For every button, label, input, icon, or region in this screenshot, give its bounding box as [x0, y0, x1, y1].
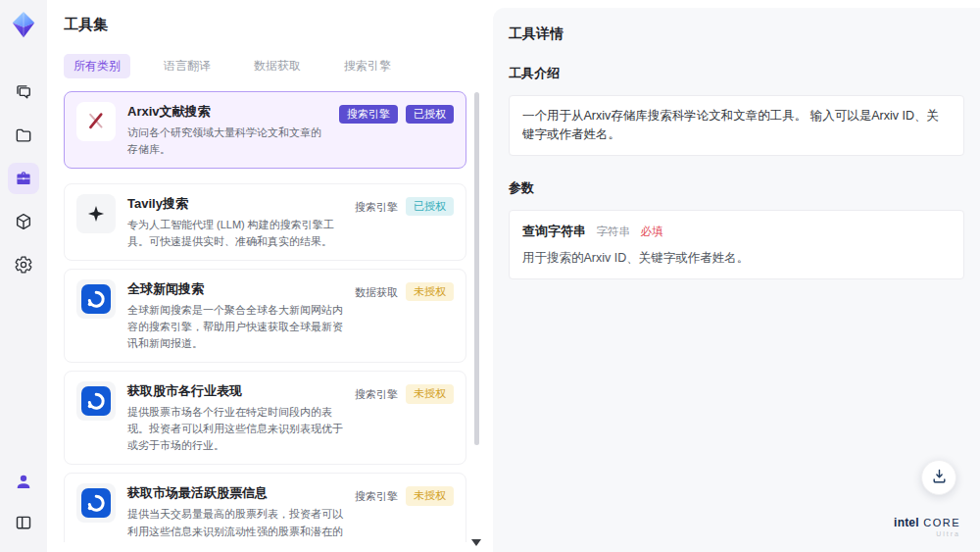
tab-language-translation[interactable]: 语言翻译 — [154, 54, 220, 78]
param-box: 查询字符串 字符串 必填 用于搜索的Arxiv ID、关键字或作者姓名。 — [509, 210, 964, 280]
tool-name: 获取股市各行业表现 — [127, 382, 343, 400]
sidebar-item-settings[interactable] — [8, 249, 39, 280]
tool-card-main: 获取市场最活跃股票信息 提供当天交易量最高的股票列表，投资者可以利用这些信息来识… — [127, 483, 343, 542]
tool-description: 全球新闻搜索是一个聚合全球各大新闻网站内容的搜索引擎，帮助用户快速获取全球最新资… — [127, 302, 343, 352]
tool-card-main: Arxiv文献搜索 访问各个研究领域大量科学论文和文章的存储库。 — [127, 102, 327, 158]
tool-card-main: 获取股市各行业表现 提供股票市场各个行业在特定时间段内的表现。投资者可以利用这些… — [127, 381, 343, 454]
layout-panel-icon — [14, 513, 33, 532]
tool-card[interactable]: Tavily搜索 专为人工智能代理 (LLM) 构建的搜索引擎工具。可快速提供实… — [64, 183, 466, 261]
gear-icon — [14, 255, 33, 275]
tool-card-badges: 搜索引擎 已授权 — [339, 102, 454, 158]
active-stocks-icon — [76, 483, 116, 523]
tool-card[interactable]: Arxiv文献搜索 访问各个研究领域大量科学论文和文章的存储库。 搜索引擎 已授… — [64, 91, 466, 169]
toolbox-icon — [14, 169, 33, 188]
sidebar-nav — [8, 76, 39, 280]
global-news-icon — [76, 279, 116, 319]
tool-category-label: 搜索引擎 — [355, 486, 398, 507]
scrollbar[interactable] — [474, 88, 479, 540]
tool-category-label: 搜索引擎 — [339, 105, 398, 124]
intro-text: 一个用于从Arxiv存储库搜索科学论文和文章的工具。 输入可以是Arxiv ID… — [522, 109, 939, 141]
cube-icon — [14, 212, 33, 231]
tool-description: 提供当天交易量最高的股票列表，投资者可以利用这些信息来识别流动性强的股票和潜在的… — [127, 506, 343, 542]
tool-category-label: 搜索引擎 — [355, 384, 398, 405]
tool-auth-badge: 未授权 — [406, 384, 454, 403]
tool-list-panel: 工具集 所有类别语言翻译数据获取搜索引擎 Arxiv文献搜索 访问各个研究领域大… — [47, 0, 490, 552]
brand-intel: intel — [894, 516, 919, 529]
tool-category-label: 搜索引擎 — [355, 197, 398, 218]
brand-sub: Ultra — [894, 530, 960, 538]
tool-auth-badge: 未授权 — [406, 486, 454, 505]
user-icon — [14, 472, 33, 491]
tab-data-fetch[interactable]: 数据获取 — [244, 54, 311, 78]
scroll-down-arrow-icon — [471, 539, 481, 546]
sidebar-item-chat[interactable] — [8, 76, 39, 108]
app-logo-icon — [9, 10, 38, 41]
tool-card-main: Tavily搜索 专为人工智能代理 (LLM) 构建的搜索引擎工具。可快速提供实… — [127, 194, 343, 250]
tool-name: 全球新闻搜索 — [127, 280, 343, 298]
param-type: 字符串 — [596, 226, 630, 237]
intro-heading: 工具介绍 — [509, 65, 964, 82]
tool-category-label: 数据获取 — [355, 282, 398, 303]
chat-icon — [14, 82, 33, 102]
stock-sector-icon — [76, 381, 116, 421]
sidebar-item-panel[interactable] — [8, 507, 39, 538]
sidebar-bottom — [8, 466, 39, 538]
tool-card[interactable]: 获取股市各行业表现 提供股票市场各个行业在特定时间段内的表现。投资者可以利用这些… — [64, 371, 466, 465]
tool-card[interactable]: 获取市场最活跃股票信息 提供当天交易量最高的股票列表，投资者可以利用这些信息来识… — [64, 473, 466, 542]
tool-description: 专为人工智能代理 (LLM) 构建的搜索引擎工具。可快速提供实时、准确和真实的结… — [127, 217, 343, 250]
tool-card-main: 全球新闻搜索 全球新闻搜索是一个聚合全球各大新闻网站内容的搜索引擎，帮助用户快速… — [127, 279, 343, 352]
tool-name: 获取市场最活跃股票信息 — [127, 484, 343, 502]
page-title: 工具集 — [64, 16, 490, 34]
tool-detail-panel: 工具详情 工具介绍 一个用于从Arxiv存储库搜索科学论文和文章的工具。 输入可… — [493, 8, 980, 552]
scrollbar-thumb[interactable] — [474, 92, 479, 445]
intro-box: 一个用于从Arxiv存储库搜索科学论文和文章的工具。 输入可以是Arxiv ID… — [509, 95, 964, 156]
detail-title: 工具详情 — [509, 25, 964, 43]
sidebar-item-folder[interactable] — [8, 120, 39, 151]
tool-card-badges: 搜索引擎 未授权 — [355, 483, 454, 542]
tool-auth-badge: 已授权 — [406, 197, 454, 216]
sidebar-item-user[interactable] — [8, 466, 39, 497]
tool-description: 访问各个研究领域大量科学论文和文章的存储库。 — [127, 125, 327, 158]
download-icon — [930, 467, 949, 488]
app-window: 工具集 所有类别语言翻译数据获取搜索引擎 Arxiv文献搜索 访问各个研究领域大… — [0, 0, 980, 552]
sidebar-item-cube[interactable] — [8, 206, 39, 237]
tab-all-categories[interactable]: 所有类别 — [64, 54, 130, 78]
tool-card-badges: 搜索引擎 已授权 — [355, 194, 454, 250]
params-heading: 参数 — [509, 179, 964, 197]
param-required-badge: 必填 — [640, 226, 662, 237]
arxiv-icon — [76, 102, 116, 141]
sidebar — [0, 0, 47, 552]
tool-card-badges: 数据获取 未授权 — [355, 279, 454, 352]
tool-auth-badge: 未授权 — [406, 282, 454, 301]
param-name: 查询字符串 — [522, 224, 586, 238]
tool-card-badges: 搜索引擎 未授权 — [355, 381, 454, 454]
intel-core-logo: intel core Ultra — [894, 513, 960, 538]
sidebar-item-toolbox[interactable] — [8, 163, 39, 194]
tool-name: Tavily搜索 — [127, 195, 343, 213]
param-head: 查询字符串 字符串 必填 — [522, 222, 951, 241]
tab-search-engine[interactable]: 搜索引擎 — [334, 54, 401, 78]
tool-description: 提供股票市场各个行业在特定时间段内的表现。投资者可以利用这些信息来识别表现优于或… — [127, 404, 343, 454]
param-desc: 用于搜索的Arxiv ID、关键字或作者姓名。 — [522, 249, 951, 268]
tool-name: Arxiv文献搜索 — [127, 103, 327, 121]
tool-auth-badge: 已授权 — [406, 105, 454, 124]
tool-card[interactable]: 全球新闻搜索 全球新闻搜索是一个聚合全球各大新闻网站内容的搜索引擎，帮助用户快速… — [64, 269, 466, 363]
tool-list: Arxiv文献搜索 访问各个研究领域大量科学论文和文章的存储库。 搜索引擎 已授… — [64, 91, 490, 542]
category-tabs: 所有类别语言翻译数据获取搜索引擎 — [64, 54, 490, 78]
download-button[interactable] — [921, 460, 956, 495]
brand-core: core — [923, 517, 960, 528]
folder-icon — [14, 125, 33, 145]
tavily-icon — [76, 194, 116, 233]
